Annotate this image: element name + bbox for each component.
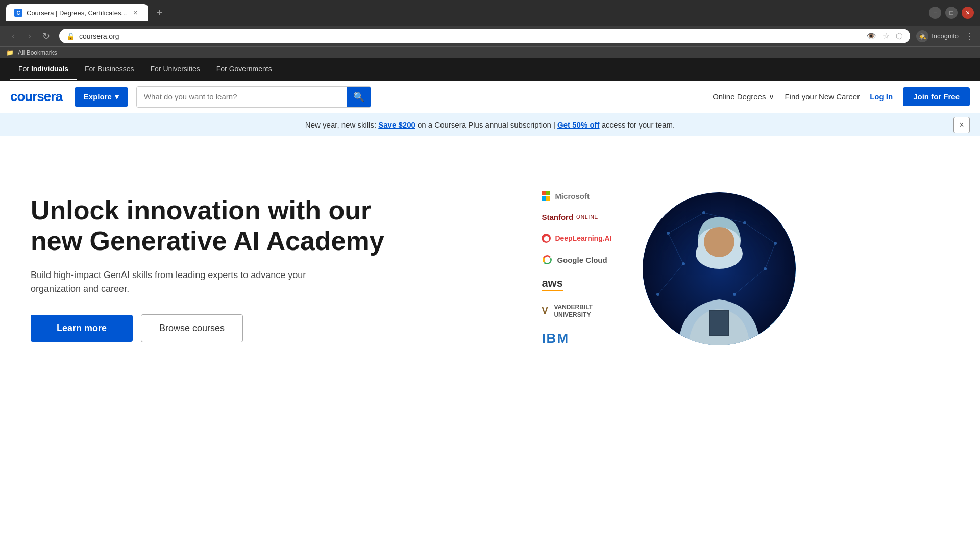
- browser-chrome: C Coursera | Degrees, Certificates... × …: [0, 0, 980, 58]
- minimize-button[interactable]: −: [929, 7, 941, 19]
- search-button[interactable]: 🔍: [347, 87, 371, 107]
- online-degrees-label: Online Degrees: [713, 92, 766, 101]
- address-right: 👁️ ☆ ⬡: [866, 31, 903, 41]
- browse-courses-button[interactable]: Browse courses: [141, 314, 243, 342]
- hero-title: Unlock innovation with our new Generativ…: [31, 195, 388, 257]
- nav-item-businesses[interactable]: For Businesses: [77, 59, 142, 80]
- maximize-button[interactable]: □: [945, 7, 958, 19]
- incognito-badge: 🕵 Incognito: [916, 30, 959, 42]
- incognito-icon: 🕵: [916, 30, 928, 42]
- bookmarks-bar: 📁 All Bookmarks: [0, 47, 980, 58]
- browser-addressbar: ‹ › ↻ 🔒 coursera.org 👁️ ☆ ⬡ 🕵 Incognito …: [0, 26, 980, 47]
- banner-suffix: access for your team.: [602, 120, 675, 129]
- chevron-down-icon: ▾: [115, 92, 119, 102]
- vanderbilt-v-icon: V: [542, 306, 548, 316]
- lock-icon: 🔒: [66, 32, 75, 40]
- back-button[interactable]: ‹: [6, 29, 20, 43]
- star-icon[interactable]: ☆: [883, 31, 890, 41]
- banner-middle: on a Coursera Plus annual subscription |: [418, 120, 555, 129]
- hero-person-illustration: [643, 192, 796, 345]
- join-free-button[interactable]: Join for Free: [903, 87, 970, 106]
- incognito-label: Incognito: [932, 32, 959, 40]
- hero-section: Unlock innovation with our new Generativ…: [0, 136, 980, 402]
- partner-vanderbilt[interactable]: V VANDERBILTUNIVERSITY: [542, 304, 593, 318]
- hero-image: [643, 192, 796, 345]
- search-bar: 🔍: [136, 86, 371, 108]
- login-button[interactable]: Log In: [870, 92, 893, 101]
- banner-get-link[interactable]: Get 50% off: [557, 120, 600, 129]
- tab-active[interactable]: C Coursera | Degrees, Certificates... ×: [6, 4, 148, 21]
- hero-right: Microsoft StanfordONLINE ⬤ DeepLearning.…: [388, 191, 949, 346]
- close-window-button[interactable]: ×: [962, 7, 974, 19]
- banner-save-link[interactable]: Save $200: [378, 120, 415, 129]
- refresh-button[interactable]: ↻: [39, 29, 53, 43]
- menu-icon[interactable]: ⋮: [965, 31, 974, 42]
- hero-subtitle: Build high-impact GenAI skills from lead…: [31, 268, 327, 296]
- hero-buttons: Learn more Browse courses: [31, 314, 388, 342]
- find-career-link[interactable]: Find your New Career: [785, 92, 860, 101]
- profile-icon[interactable]: ⬡: [896, 31, 903, 41]
- close-icon: ×: [959, 120, 964, 130]
- learn-more-button[interactable]: Learn more: [31, 315, 133, 342]
- banner-close-button[interactable]: ×: [953, 117, 970, 133]
- partner-microsoft[interactable]: Microsoft: [542, 191, 590, 201]
- partner-aws[interactable]: aws: [542, 277, 563, 291]
- explore-button[interactable]: Explore ▾: [75, 87, 128, 107]
- nav-item-universities[interactable]: For Universities: [142, 59, 208, 80]
- search-input[interactable]: [137, 87, 347, 107]
- explore-label: Explore: [84, 92, 112, 101]
- microsoft-icon: [542, 191, 551, 201]
- google-cloud-icon: [542, 255, 553, 264]
- main-navigation: coursera Explore ▾ 🔍 Online Degrees ∨ Fi…: [0, 81, 980, 113]
- site-wrapper: For Individuals For Businesses For Unive…: [0, 58, 980, 402]
- deeplearning-icon: ⬤: [542, 234, 551, 243]
- nav-buttons: ‹ › ↻: [6, 29, 53, 43]
- banner-text: New year, new skills: Save $200 on a Cou…: [305, 120, 675, 129]
- new-tab-button[interactable]: +: [152, 6, 166, 20]
- search-icon: 🔍: [353, 91, 364, 103]
- nav-item-governments[interactable]: For Governments: [208, 59, 280, 80]
- address-bar[interactable]: 🔒 coursera.org 👁️ ☆ ⬡: [59, 29, 910, 43]
- tab-close-button[interactable]: ×: [131, 8, 140, 17]
- coursera-logo[interactable]: coursera: [10, 89, 62, 105]
- svg-point-20: [704, 227, 734, 257]
- nav-right: Online Degrees ∨ Find your New Career Lo…: [713, 87, 970, 106]
- svg-rect-22: [710, 311, 728, 335]
- partner-stanford[interactable]: StanfordONLINE: [542, 213, 598, 221]
- bookmarks-folder-icon: 📁: [6, 49, 14, 56]
- top-navigation: For Individuals For Businesses For Unive…: [0, 58, 980, 81]
- partner-logos: Microsoft StanfordONLINE ⬤ DeepLearning.…: [542, 191, 611, 346]
- forward-button[interactable]: ›: [22, 29, 37, 43]
- online-degrees-chevron-icon: ∨: [769, 92, 774, 102]
- browser-titlebar: C Coursera | Degrees, Certificates... × …: [0, 0, 980, 26]
- address-text: coursera.org: [79, 32, 862, 40]
- online-degrees-button[interactable]: Online Degrees ∨: [713, 92, 774, 102]
- partner-google-cloud[interactable]: Google Cloud: [542, 255, 607, 264]
- tab-title: Coursera | Degrees, Certificates...: [27, 9, 127, 17]
- promotional-banner: New year, new skills: Save $200 on a Cou…: [0, 113, 980, 136]
- nav-item-individuals[interactable]: For Individuals: [10, 59, 77, 80]
- hero-content: Unlock innovation with our new Generativ…: [31, 195, 388, 343]
- tab-favicon: C: [14, 9, 22, 17]
- bookmarks-label[interactable]: All Bookmarks: [18, 49, 57, 56]
- partner-ibm[interactable]: IBM: [542, 331, 569, 346]
- banner-prefix: New year, new skills:: [305, 120, 376, 129]
- eye-slash-icon: 👁️: [866, 31, 876, 41]
- partner-deeplearning[interactable]: ⬤ DeepLearning.AI: [542, 234, 611, 243]
